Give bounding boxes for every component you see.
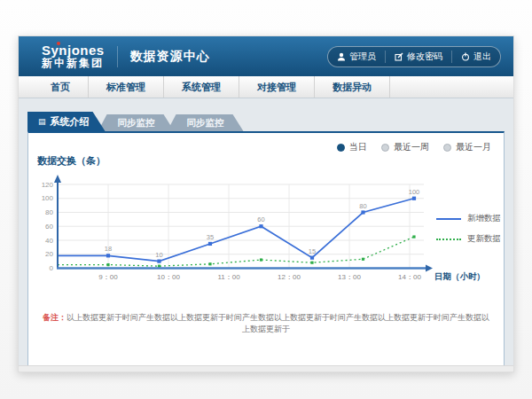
- legend-item-updated-data: 更新数据: [436, 233, 501, 245]
- legend-solid-line-icon: [436, 218, 461, 220]
- svg-text:60: 60: [45, 223, 53, 231]
- radio-icon: [337, 144, 345, 152]
- svg-text:0: 0: [50, 264, 54, 272]
- logout-button[interactable]: 退出: [451, 51, 500, 63]
- legend-dotted-line-icon: [436, 239, 461, 240]
- legend-item-new-data: 新增数据: [436, 213, 501, 224]
- nav-item-home[interactable]: 首页: [33, 76, 89, 98]
- svg-text:13：00: 13：00: [338, 273, 361, 281]
- filter-last-week[interactable]: 最近一周: [381, 141, 429, 153]
- edit-icon: [395, 52, 403, 61]
- filter-today[interactable]: 当日: [337, 141, 367, 153]
- footnote: 备注：以上数据更新于时间产生数据以上数据更新于时间产生数据以上数据更新于时间产生…: [39, 312, 493, 335]
- svg-text:35: 35: [207, 233, 214, 241]
- user-menu-admin-label: 管理员: [349, 51, 376, 63]
- filter-label: 最近一月: [456, 141, 491, 153]
- tab-label: 同步监控: [187, 117, 224, 129]
- svg-text:100: 100: [409, 188, 420, 196]
- svg-text:60: 60: [257, 215, 264, 223]
- logout-label: 退出: [473, 51, 491, 63]
- svg-text:20: 20: [45, 250, 53, 258]
- radio-icon: [381, 144, 389, 152]
- logo-text: Synjones: [42, 43, 105, 58]
- nav-item-interface-mgmt[interactable]: 对接管理: [239, 76, 315, 98]
- range-filter-group: 当日 最近一周 最近一月: [337, 141, 491, 153]
- svg-text:9：00: 9：00: [98, 273, 118, 281]
- radio-icon: [443, 144, 451, 152]
- power-icon: [461, 52, 470, 61]
- nav-item-data-change[interactable]: 数据异动: [315, 76, 390, 98]
- app-window: Synjones 新中新集团 数据资源中心 管理员 修改密码: [18, 35, 514, 372]
- tab-label: 系统介绍: [51, 115, 90, 129]
- tab-label: 同步监控: [118, 117, 155, 129]
- svg-text:15: 15: [309, 247, 316, 255]
- footnote-label: 备注：: [43, 313, 66, 322]
- user-menu-admin[interactable]: 管理员: [328, 51, 385, 63]
- footnote-text: 以上数据更新于时间产生数据以上数据更新于时间产生数据以上数据更新于时间产生数据以…: [66, 313, 489, 333]
- change-password-label: 修改密码: [407, 51, 442, 63]
- svg-text:11：00: 11：00: [217, 273, 240, 281]
- logo: Synjones 新中新集团: [42, 43, 105, 68]
- app-header: Synjones 新中新集团 数据资源中心 管理员 修改密码: [19, 36, 513, 76]
- svg-text:120: 120: [42, 181, 54, 189]
- svg-text:80: 80: [359, 202, 366, 210]
- svg-text:10: 10: [155, 251, 162, 259]
- user-icon: [337, 52, 346, 61]
- svg-text:10：00: 10：00: [157, 273, 180, 281]
- header-divider: [117, 46, 118, 67]
- tab-sync-monitor-1[interactable]: 同步监控: [98, 114, 175, 131]
- logo-subtext: 新中新集团: [42, 58, 105, 69]
- user-menu: 管理员 修改密码 退出: [327, 46, 501, 67]
- chart-panel: 当日 最近一周 最近一月 数据交换（条） 0204060801001209：00…: [27, 131, 505, 366]
- filter-last-month[interactable]: 最近一月: [443, 141, 491, 153]
- nav-item-system-mgmt[interactable]: 系统管理: [164, 76, 239, 98]
- filter-label: 当日: [349, 141, 367, 153]
- legend-label: 新增数据: [467, 213, 501, 224]
- chart-legend: 新增数据 更新数据: [436, 213, 501, 245]
- change-password-button[interactable]: 修改密码: [385, 51, 451, 63]
- filter-label: 最近一周: [394, 141, 429, 153]
- svg-text:14：00: 14：00: [398, 273, 421, 281]
- window-footer: [19, 365, 513, 372]
- main-nav: 首页 标准管理 系统管理 对接管理 数据异动: [19, 76, 513, 98]
- page-title: 数据资源中心: [130, 49, 210, 65]
- document-icon: ▤: [38, 118, 46, 126]
- svg-text:40: 40: [45, 237, 53, 245]
- svg-text:80: 80: [45, 208, 53, 216]
- svg-text:12：00: 12：00: [278, 273, 301, 281]
- nav-item-standard-mgmt[interactable]: 标准管理: [89, 76, 164, 98]
- legend-label: 更新数据: [467, 233, 501, 245]
- y-axis-title: 数据交换（条）: [37, 154, 106, 168]
- line-chart: 0204060801001209：0010：0011：0012：0013：001…: [34, 173, 486, 297]
- tab-system-intro[interactable]: ▤ 系统介绍: [27, 112, 106, 131]
- svg-text:100: 100: [42, 194, 54, 202]
- tab-sync-monitor-2[interactable]: 同步监控: [168, 114, 244, 131]
- svg-text:日期（小时）: 日期（小时）: [434, 271, 485, 282]
- tab-bar: ▤ 系统介绍 同步监控 同步监控: [27, 112, 244, 131]
- svg-text:18: 18: [105, 245, 112, 253]
